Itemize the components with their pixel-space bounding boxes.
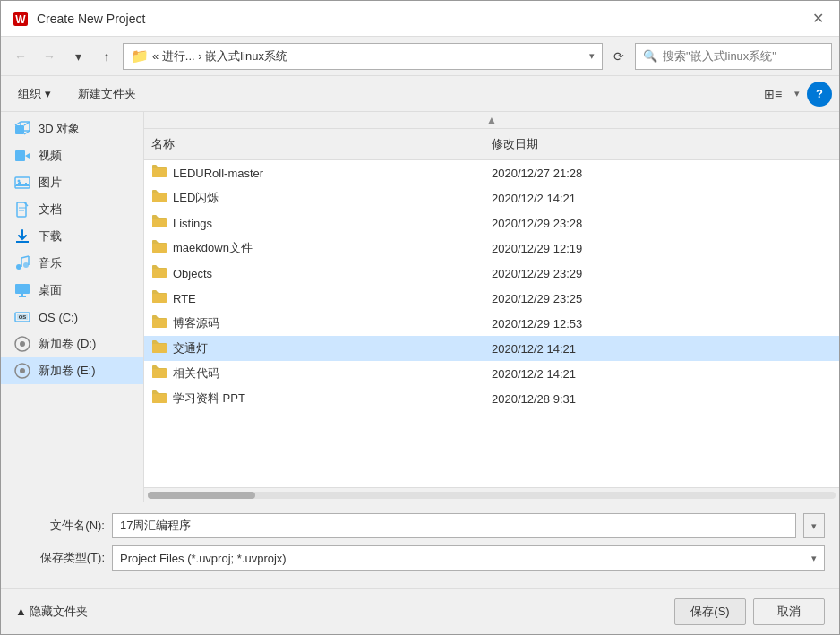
- filetype-value: Project Files (*.uvproj; *.uvprojx): [120, 552, 287, 565]
- new-folder-label: 新建文件夹: [78, 86, 136, 102]
- sidebar-item-video[interactable]: 视频: [1, 142, 143, 169]
- svg-rect-9: [15, 177, 30, 188]
- svg-point-16: [23, 262, 29, 268]
- h-scroll-thumb[interactable]: [148, 492, 255, 499]
- file-name-cell: 相关代码: [144, 365, 484, 382]
- hide-folders-button[interactable]: ▲ 隐藏文件夹: [15, 604, 88, 620]
- table-row[interactable]: LED闪烁2020/12/2 14:21: [144, 185, 839, 210]
- sidebar-item-e-drive[interactable]: 新加卷 (E:): [1, 357, 143, 384]
- filetype-label: 保存类型(T):: [15, 550, 105, 566]
- folder-icon: [151, 239, 167, 257]
- table-row[interactable]: 相关代码2020/12/2 14:21: [144, 361, 839, 386]
- filename-input[interactable]: [112, 513, 796, 538]
- address-path[interactable]: 📁 « 进行... › 嵌入式linux系统 ▾: [123, 43, 603, 70]
- new-folder-button[interactable]: 新建文件夹: [68, 82, 146, 107]
- sidebar-label-video: 视频: [39, 148, 62, 164]
- file-date-cell: 2020/12/27 21:28: [484, 167, 839, 180]
- search-input[interactable]: [663, 49, 824, 63]
- organize-button[interactable]: 组织 ▾: [8, 82, 61, 107]
- svg-rect-20: [15, 284, 30, 294]
- search-icon: 🔍: [643, 49, 657, 63]
- file-date-cell: 2020/12/29 23:29: [484, 267, 839, 280]
- table-row[interactable]: 学习资料 PPT2020/12/28 9:31: [144, 386, 839, 411]
- horizontal-scrollbar[interactable]: [144, 487, 839, 502]
- file-name-cell: 博客源码: [144, 314, 484, 332]
- table-row[interactable]: maekdown文件2020/12/29 12:19: [144, 236, 839, 261]
- file-list-header: 名称 修改日期: [144, 129, 839, 160]
- back-button[interactable]: ←: [8, 44, 33, 69]
- file-name-cell: 交通灯: [144, 339, 484, 357]
- file-date-cell: 2020/12/2 14:21: [484, 342, 839, 356]
- hide-folders-label: ▲ 隐藏文件夹: [15, 604, 88, 620]
- file-name-cell: LEDURoll-master: [144, 164, 484, 182]
- column-header-name[interactable]: 名称: [144, 133, 484, 156]
- dialog-window: W Create New Project ✕ ← → ▾ ↑ 📁 « 进行...…: [0, 0, 840, 635]
- organize-arrow: ▾: [45, 87, 51, 100]
- file-name-cell: RTE: [144, 289, 484, 307]
- file-date-cell: 2020/12/29 12:19: [484, 242, 839, 255]
- svg-rect-37: [152, 344, 167, 353]
- folder-icon: [151, 214, 167, 232]
- folder-icon: [151, 339, 167, 357]
- folder-icon: [151, 289, 167, 307]
- sidebar-item-docs[interactable]: 文档: [1, 196, 143, 223]
- sidebar-item-d-drive[interactable]: 新加卷 (D:): [1, 330, 143, 357]
- table-row[interactable]: 交通灯2020/12/2 14:21: [144, 336, 839, 361]
- sidebar-label-photo: 图片: [39, 175, 62, 191]
- download-icon: [13, 227, 31, 245]
- filetype-dropdown-arrow: ▾: [811, 553, 817, 564]
- filetype-row: 保存类型(T): Project Files (*.uvproj; *.uvpr…: [15, 545, 825, 571]
- action-bar: ▲ 隐藏文件夹 保存(S) 取消: [1, 588, 839, 634]
- scroll-up-indicator: ▲: [144, 112, 839, 129]
- column-header-date[interactable]: 修改日期: [484, 133, 839, 156]
- file-name-cell: LED闪烁: [144, 189, 484, 207]
- file-name-text: Objects: [173, 267, 212, 280]
- up-button[interactable]: ↑: [94, 44, 119, 69]
- search-box: 🔍: [635, 43, 832, 70]
- file-date-cell: 2020/12/28 9:31: [484, 392, 839, 406]
- table-row[interactable]: LEDURoll-master2020/12/27 21:28: [144, 160, 839, 185]
- file-name-text: LED闪烁: [173, 190, 219, 206]
- view-button[interactable]: ⊞≡: [759, 82, 787, 107]
- table-row[interactable]: RTE2020/12/29 23:25: [144, 286, 839, 311]
- table-row[interactable]: Listings2020/12/29 23:28: [144, 210, 839, 236]
- svg-marker-8: [25, 153, 30, 159]
- sidebar-item-music[interactable]: 音乐: [1, 250, 143, 277]
- view-dropdown-arrow[interactable]: ▾: [794, 88, 800, 99]
- folder-icon: [151, 164, 167, 182]
- sidebar-item-download[interactable]: 下载: [1, 223, 143, 250]
- svg-rect-31: [152, 193, 167, 202]
- file-name-text: 相关代码: [173, 365, 219, 382]
- help-button[interactable]: ?: [807, 82, 832, 107]
- sidebar-item-c-drive[interactable]: OS OS (C:): [1, 304, 143, 330]
- svg-point-15: [16, 264, 21, 270]
- refresh-button[interactable]: ⟳: [606, 44, 631, 69]
- path-dropdown-arrow[interactable]: ▾: [589, 50, 595, 62]
- save-button[interactable]: 保存(S): [674, 598, 746, 625]
- close-button[interactable]: ✕: [807, 8, 828, 30]
- svg-rect-35: [152, 294, 167, 303]
- file-date-cell: 2020/12/29 23:28: [484, 217, 839, 230]
- file-name-cell: Listings: [144, 214, 484, 232]
- svg-line-19: [21, 256, 29, 258]
- sidebar-item-desktop[interactable]: 桌面: [1, 277, 143, 304]
- file-date-cell: 2020/12/29 23:25: [484, 292, 839, 305]
- dropdown-button[interactable]: ▾: [65, 44, 90, 69]
- music-icon: [13, 254, 31, 272]
- table-row[interactable]: 博客源码2020/12/29 12:53: [144, 311, 839, 336]
- file-name-text: Listings: [173, 217, 212, 230]
- table-row[interactable]: Objects2020/12/29 23:29: [144, 261, 839, 286]
- file-name-text: 学习资料 PPT: [173, 390, 245, 407]
- filetype-dropdown[interactable]: Project Files (*.uvproj; *.uvprojx) ▾: [112, 545, 825, 571]
- sidebar: 3D 对象 视频 图片 文档: [1, 112, 144, 502]
- folder-icon: [151, 264, 167, 282]
- forward-button[interactable]: →: [37, 44, 62, 69]
- cancel-button[interactable]: 取消: [753, 598, 825, 625]
- sidebar-item-3d[interactable]: 3D 对象: [1, 116, 143, 142]
- sidebar-item-photo[interactable]: 图片: [1, 169, 143, 196]
- video-icon: [13, 147, 31, 165]
- svg-rect-38: [152, 369, 167, 378]
- d-drive-icon: [13, 335, 31, 353]
- filename-dropdown-arrow[interactable]: ▾: [803, 513, 825, 538]
- action-buttons: 保存(S) 取消: [674, 598, 825, 625]
